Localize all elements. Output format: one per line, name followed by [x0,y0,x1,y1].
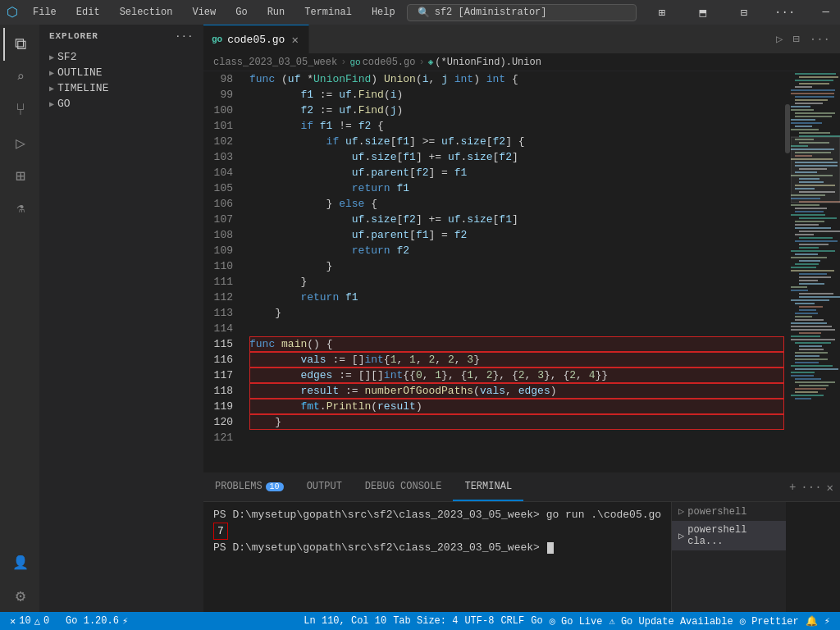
panel-area: PROBLEMS 10 OUTPUT DEBUG CONSOLE TERMINA… [203,472,840,612]
code-lines[interactable]: func (uf *UnionFind) Union(i, j int) int… [243,71,784,472]
status-cursor[interactable]: Ln 110, Col 10 [300,615,390,627]
panel-close-icon[interactable]: ✕ [827,481,833,495]
menu-edit[interactable]: Edit [71,5,105,20]
code-line[interactable]: return f1 [249,290,784,305]
run-debug-activity-icon[interactable]: ▷ [3,126,36,159]
code-line[interactable]: uf.parent[f1] = f2 [249,227,784,243]
sidebar-item-outline[interactable]: ▶ OUTLINE [39,65,203,80]
panel-tab-terminal[interactable]: TERMINAL [453,473,523,501]
line-ending-text: CRLF [500,615,524,627]
language-text: Go [531,615,542,627]
bc-file[interactable]: code05.go [363,57,416,68]
menu-selection[interactable]: Selection [115,5,178,20]
status-right: Ln 110, Col 10 Tab Size: 4 UTF-8 CRLF Go… [300,615,833,628]
code-line[interactable]: } [249,414,784,430]
sidebar-item-sf2[interactable]: ▶ SF2 [39,49,203,65]
code-line[interactable]: if f1 != f2 { [249,118,784,134]
code-line[interactable]: uf.size[f2] += uf.size[f1] [249,212,784,227]
account-activity-icon[interactable]: 👤 [3,546,36,579]
extensions-activity-icon[interactable]: ⊞ [3,159,36,192]
code-line[interactable]: return f2 [249,243,784,258]
code-area[interactable]: 9899100101102103104105106107108109110111… [203,71,840,472]
split-editor-icon[interactable]: ⊟ [789,30,802,48]
test-activity-icon[interactable]: ⚗ [3,192,36,225]
panel-tab-problems[interactable]: PROBLEMS 10 [203,473,295,501]
panel-add-icon[interactable]: + [789,481,796,494]
scrollbar-track[interactable] [784,71,791,472]
status-go-version[interactable]: Go 1.20.6 ⚡ [62,615,131,628]
code-line[interactable]: fmt.Println(result) [249,399,784,414]
error-icon: ✕ [10,615,16,628]
code-line[interactable]: func (uf *UnionFind) Union(i, j int) int… [249,71,784,87]
code-line[interactable]: } else { [249,196,784,212]
scrollbar-thumb[interactable] [785,104,790,153]
status-tab-size[interactable]: Tab Size: 4 [390,615,461,627]
sidebar-sections: ▶ SF2 ▶ OUTLINE ▶ TIMELINE ▶ GO [39,48,203,113]
status-language[interactable]: Go [527,615,546,627]
code-line[interactable]: edges := [][]int{{0, 1}, {1, 2}, {2, 3},… [249,368,784,383]
code-line[interactable] [249,430,784,445]
status-notifications[interactable]: 🔔 [802,615,821,628]
code-line[interactable]: if uf.size[f1] >= uf.size[f2] { [249,134,784,149]
status-encoding[interactable]: UTF-8 [461,615,497,627]
code-line[interactable]: uf.size[f1] += uf.size[f2] [249,149,784,165]
panels-btn[interactable]: ⊟ [725,0,763,25]
status-line-ending[interactable]: CRLF [497,615,527,627]
panel-tab-debug-console[interactable]: DEBUG CONSOLE [354,473,454,501]
menu-run[interactable]: Run [262,5,290,20]
line-number: 121 [203,430,233,445]
code-line[interactable]: result := numberOfGoodPaths(vals, edges) [249,383,784,399]
terminal-cmd-text: PS D:\mysetup\gopath\src\sf2\class_2023_… [213,509,661,521]
status-errors[interactable]: ✕ 10 △ 0 [7,615,52,628]
menu-view[interactable]: View [187,5,221,20]
code-line[interactable]: return f1 [249,180,784,196]
menu-go[interactable]: Go [231,5,252,20]
status-prettier[interactable]: ◎ Prettier [737,615,802,628]
split-btn[interactable]: ⬒ [684,0,722,25]
settings-activity-icon[interactable]: ⚙ [3,579,36,612]
menu-terminal[interactable]: Terminal [299,5,357,20]
sidebar-title-text: Explorer [49,31,98,41]
sf2-label: SF2 [57,51,76,63]
status-go-update[interactable]: ⚠ Go Update Available [605,615,736,628]
sidebar-item-timeline[interactable]: ▶ TIMELINE [39,80,203,96]
bc-method[interactable]: (*UnionFind).Union [435,57,541,68]
terminal-content[interactable]: PS D:\mysetup\gopath\src\sf2\class_2023_… [203,502,671,583]
code-line[interactable]: } [249,305,784,321]
tab-more-icon[interactable]: ··· [806,31,833,48]
code-line[interactable]: vals := []int{1, 1, 2, 2, 3} [249,352,784,368]
minimize-btn[interactable]: ─ [807,0,840,25]
panel-tabs: PROBLEMS 10 OUTPUT DEBUG CONSOLE TERMINA… [203,473,840,502]
code-line[interactable]: f1 := uf.Find(i) [249,87,784,103]
line-number: 107 [203,212,233,227]
menu-file[interactable]: File [28,5,62,20]
run-icon[interactable]: ▷ [773,30,786,48]
menu-help[interactable]: Help [367,5,400,20]
terminal-powershell-2[interactable]: ▷ powershell cla... [672,521,786,550]
search-box[interactable]: 🔍 sf2 [Administrator] [407,4,637,21]
status-remote[interactable]: ⚡ [821,615,833,628]
more-btn[interactable]: ··· [766,0,804,25]
source-control-activity-icon[interactable]: ⑂ [3,94,36,126]
encoding-text: UTF-8 [464,615,494,627]
code-line[interactable]: } [249,274,784,290]
tab-code05[interactable]: go code05.go ✕ [203,25,309,53]
panel-tab-output[interactable]: OUTPUT [295,473,354,501]
sidebar-more-icon[interactable]: ··· [176,31,194,41]
code-line[interactable]: } [249,258,784,274]
code-line[interactable]: f2 := uf.Find(j) [249,103,784,118]
search-activity-icon[interactable]: ⌕ [3,61,36,94]
panel-more-icon[interactable]: ··· [801,481,821,494]
tab-close-icon[interactable]: ✕ [290,31,299,48]
bc-folder[interactable]: class_2023_03_05_week [213,57,337,68]
code-line[interactable] [249,321,784,336]
code-line[interactable]: func main() { [249,336,784,352]
code-line[interactable]: uf.parent[f2] = f1 [249,165,784,180]
tab-label: code05.go [227,34,285,46]
status-go-live[interactable]: ◎ Go Live [546,615,606,628]
sidebar-item-go[interactable]: ▶ GO [39,96,203,112]
powershell-label-2: powershell cla... [687,524,779,547]
terminal-powershell-1[interactable]: ▷ powershell [672,502,786,521]
layout-btn[interactable]: ⊞ [643,0,681,25]
explorer-activity-icon[interactable]: ⧉ [3,28,36,61]
